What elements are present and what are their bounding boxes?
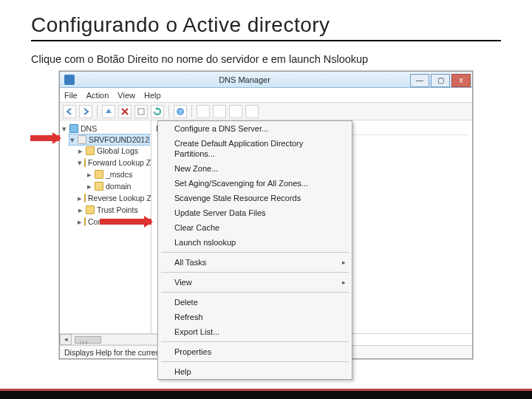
toolbar-separator (191, 105, 192, 118)
server-icon (78, 135, 86, 144)
menu-file[interactable]: File (64, 91, 78, 100)
tree-item[interactable]: ▾Forward Lookup Zones (78, 157, 149, 168)
toolbar-separator (168, 105, 169, 118)
ctx-set-aging-scavenging-for-all-zones[interactable]: Set Aging/Scavenging for All Zones... (158, 176, 352, 191)
ctx-export-list[interactable]: Export List... (158, 324, 352, 339)
tool-icon[interactable] (197, 105, 210, 118)
tree-item[interactable]: ▸domain (86, 180, 149, 192)
dns-manager-window: DNS Manager — ▢ x File Action View Help … (59, 71, 473, 359)
ctx-properties[interactable]: Properties (158, 344, 352, 359)
expand-icon[interactable]: ▾ (69, 135, 75, 144)
tree-item[interactable]: ▸Reverse Lookup Zones (78, 192, 149, 204)
maximize-button[interactable]: ▢ (431, 74, 450, 87)
folder-icon (84, 217, 86, 226)
up-button[interactable] (102, 105, 115, 118)
tree-item[interactable]: ▸Trust Points (78, 204, 149, 216)
window-titlebar[interactable]: DNS Manager — ▢ x (60, 72, 472, 88)
folder-icon (86, 146, 95, 155)
ctx-create-default-application-directory-partitions[interactable]: Create Default Application Directory Par… (158, 136, 352, 161)
menubar: File Action View Help (60, 88, 472, 103)
delete-button[interactable] (118, 105, 132, 118)
svg-rect-0 (138, 109, 144, 115)
context-menu-separator (161, 341, 349, 342)
tree-root-label: DNS (81, 124, 97, 133)
back-button[interactable] (63, 105, 76, 118)
tree-item[interactable]: ▸Global Logs (78, 145, 149, 157)
context-menu-separator (161, 272, 349, 273)
dns-icon (69, 124, 78, 133)
folder-icon (84, 194, 86, 202)
folder-icon (84, 158, 86, 167)
tree-pane[interactable]: ▾ DNS ▾ SRVFOUND2012 ▸Global Logs ▾Forwa… (60, 120, 151, 333)
annotation-arrow (30, 135, 60, 141)
folder-icon (95, 182, 103, 191)
ctx-help[interactable]: Help (158, 364, 352, 379)
svg-text:?: ? (179, 109, 183, 115)
folder-icon (95, 170, 103, 179)
tool-icon[interactable] (245, 105, 259, 118)
tool-icon[interactable] (213, 105, 226, 118)
slide-subtitle: Clique com o Botão Direito no nome do se… (31, 53, 501, 65)
window-title: DNS Manager (79, 75, 410, 84)
context-menu: Configure a DNS Server...Create Default … (157, 120, 352, 380)
forward-button[interactable] (79, 105, 92, 118)
context-menu-separator (161, 252, 349, 253)
tree-root[interactable]: ▾ DNS (61, 123, 149, 134)
help-button[interactable]: ? (174, 105, 187, 118)
slide-footer-accent (0, 389, 532, 399)
ctx-update-server-data-files[interactable]: Update Server Data Files (158, 205, 352, 220)
close-button[interactable]: x (451, 74, 471, 87)
ctx-scavenge-stale-resource-records[interactable]: Scavenge Stale Resource Records (158, 191, 352, 205)
dns-app-icon (64, 75, 75, 85)
toolbar-separator (97, 105, 98, 118)
annotation-arrow (100, 219, 151, 225)
tool-icon[interactable] (229, 105, 242, 118)
ctx-delete[interactable]: Delete (158, 295, 352, 310)
ctx-new-zone[interactable]: New Zone... (158, 161, 352, 176)
toolbar: ? (60, 103, 472, 120)
tree-server-label: SRVFOUND2012 (89, 135, 149, 144)
ctx-configure-a-dns-server[interactable]: Configure a DNS Server... (158, 121, 352, 136)
menu-view[interactable]: View (117, 91, 135, 100)
tree-server[interactable]: ▾ SRVFOUND2012 (69, 134, 150, 146)
folder-icon (86, 205, 95, 214)
context-menu-separator (161, 361, 349, 362)
ctx-view[interactable]: View (158, 275, 352, 290)
scroll-left-button[interactable]: ◂ (60, 334, 72, 345)
menu-help[interactable]: Help (144, 91, 161, 100)
tree-item[interactable]: ▸_msdcs (86, 168, 149, 180)
ctx-refresh[interactable]: Refresh (158, 310, 352, 324)
refresh-button[interactable] (151, 105, 164, 118)
slide-title: Configurando o Active directory (31, 13, 501, 41)
ctx-clear-cache[interactable]: Clear Cache (158, 220, 352, 235)
ctx-all-tasks[interactable]: All Tasks (158, 255, 352, 270)
properties-button[interactable] (134, 105, 148, 118)
minimize-button[interactable]: — (410, 74, 429, 87)
ctx-launch-nslookup[interactable]: Launch nslookup (158, 235, 352, 250)
scroll-thumb[interactable]: III (75, 336, 101, 344)
context-menu-separator (161, 292, 349, 293)
menu-action[interactable]: Action (86, 91, 109, 100)
